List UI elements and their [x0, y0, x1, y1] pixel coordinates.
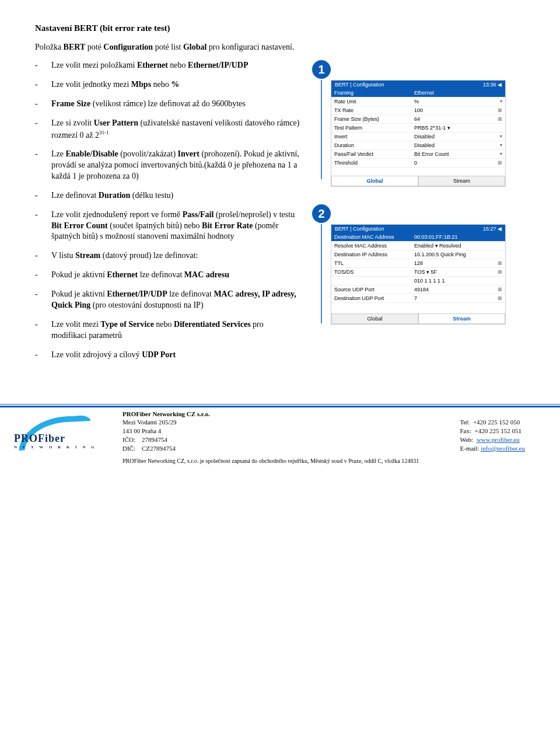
web-link[interactable]: www.profiber.eu — [477, 436, 520, 443]
screenshot-header: BERT | Configuration 15:27 ◀ — [331, 225, 505, 233]
addr: Mezi Vodami 205/29 — [123, 418, 210, 427]
dropdown-icon[interactable]: ▾ — [500, 142, 502, 148]
company-name: PROFiber Networking CZ s.r.o. — [123, 410, 210, 419]
cell: Enabled ▾ Resolved — [411, 242, 505, 250]
table-row[interactable]: Destination MAC Address00:03:01:FF:1B:21 — [331, 233, 505, 242]
tab-global[interactable]: Global — [331, 313, 418, 324]
cell — [331, 277, 411, 285]
cell: 128 — [414, 260, 423, 266]
cell: Disabled — [414, 134, 435, 140]
cell: Test Pattern — [331, 124, 411, 133]
logo-small: N E T W O R K I N G — [14, 445, 97, 449]
t: Lze si zvolit — [51, 118, 94, 127]
t: (délku testu) — [130, 191, 173, 200]
hdr-left: BERT | Configuration — [335, 226, 384, 232]
lbl: Web: — [460, 436, 473, 443]
hdr-left: BERT | Configuration — [335, 82, 384, 88]
list-item: -Lze volit zdrojový a cílový UDP Port — [35, 350, 300, 361]
config-table: Destination MAC Address00:03:01:FF:1B:21… — [331, 233, 505, 303]
t: (pro otestování dostupnosti na IP) — [90, 301, 203, 309]
mail-link[interactable]: info@profiber.eu — [481, 445, 525, 452]
t: User Pattern — [94, 118, 138, 127]
intro-paragraph: Položka BERT poté Configuration poté lis… — [35, 43, 525, 52]
t: Frame Size — [51, 99, 90, 108]
table-row[interactable]: TTL128▦ — [331, 259, 505, 268]
lbl: Fax: — [460, 427, 471, 434]
spinner-icon[interactable]: ▦ — [498, 287, 502, 292]
table-row[interactable]: Destination UDP Port7▦ — [331, 294, 505, 303]
config-table: FramingEthernet Rate Unit%▾ TX Rate100▦ … — [331, 89, 505, 168]
t: nebo — [151, 80, 171, 89]
tab-bar: Global Stream — [331, 176, 505, 186]
t: (velikost rámce) lze definovat až do 960… — [90, 99, 246, 108]
table-row[interactable]: Test PatternPRBS 2^31-1 ▾ — [331, 124, 505, 133]
table-row[interactable]: Rate Unit%▾ — [331, 97, 505, 106]
callout-2: 2 BERT | Configuration 15:27 ◀ Destinati… — [312, 204, 525, 325]
t: MAC adresu — [184, 270, 229, 279]
table-row[interactable]: Pass/Fail VerdictBit Error Count▾ — [331, 150, 505, 159]
screenshot-2: BERT | Configuration 15:27 ◀ Destination… — [331, 224, 506, 325]
table-row[interactable]: DurationDisabled▾ — [331, 141, 505, 150]
footer: PROFiber N E T W O R K I N G PROFiber Ne… — [0, 407, 560, 482]
table-row[interactable]: FramingEthernet — [331, 89, 505, 97]
dropdown-icon[interactable]: ▾ — [500, 99, 502, 104]
table-row[interactable]: TX Rate100▦ — [331, 106, 505, 115]
val: +420 225 152 050 — [473, 419, 520, 426]
list-item: -Lze volit mezi Type of Service nebo Dif… — [35, 319, 300, 341]
lbl: E-mail: — [460, 445, 479, 452]
footer-contact: Tel: +420 225 152 050 Fax: +420 225 152 … — [460, 410, 525, 453]
callout-number-2: 2 — [312, 204, 331, 223]
cell: Frame Size (Bytes) — [331, 115, 411, 124]
tab-global[interactable]: Global — [331, 176, 418, 186]
table-row[interactable]: Threshold0▦ — [331, 159, 505, 168]
lbl: Tel: — [460, 419, 470, 426]
cell: TTL — [331, 259, 411, 268]
t: (povolit/zakázat) — [118, 149, 178, 158]
t: Ethernet — [137, 61, 168, 69]
lbl: DIČ: — [123, 445, 135, 452]
list-item: -Lze volit jednotky mezi Mbps nebo % — [35, 79, 300, 90]
spinner-icon[interactable]: ▦ — [498, 107, 502, 113]
list-item: -Lze si zvolit User Pattern (uživatelské… — [35, 118, 300, 141]
tab-stream[interactable]: Stream — [418, 313, 505, 324]
spinner-icon[interactable]: ▦ — [498, 269, 502, 274]
cell: Duration — [331, 141, 411, 150]
cell: TX Rate — [331, 106, 411, 115]
t: (prošel/neprošel) v testu — [214, 210, 295, 219]
t: Mbps — [131, 80, 151, 89]
cell: Disabled — [414, 142, 435, 148]
t: Invert — [178, 149, 200, 158]
table-row[interactable]: Source UDP Port49184▦ — [331, 285, 505, 294]
table-row[interactable]: Destination IP Address10.1.200.5 Quick P… — [331, 250, 505, 259]
spinner-icon[interactable]: ▦ — [498, 116, 502, 121]
cell: % — [414, 99, 419, 104]
tab-bar: Global Stream — [331, 313, 505, 324]
tab-stream[interactable]: Stream — [418, 176, 505, 186]
hdr-time: 13:36 ◀ — [483, 82, 502, 88]
addr: 143 00 Praha 4 — [123, 427, 210, 435]
t: V listu — [51, 251, 75, 260]
t: Lze volit zdrojový a cílový — [51, 350, 142, 359]
t: Ethernet/IP/UDP — [188, 61, 248, 69]
screenshot-header: BERT | Configuration 13:36 ◀ — [331, 81, 505, 89]
cell: 0 — [414, 160, 417, 166]
bullet-list: -Lze volit mezi položkami Ethernet nebo … — [35, 60, 300, 361]
spinner-icon[interactable]: ▦ — [498, 260, 502, 266]
table-row[interactable]: Frame Size (Bytes)64▦ — [331, 115, 505, 124]
spinner-icon[interactable]: ▦ — [498, 160, 502, 165]
table-row[interactable]: Resolve MAC AddressEnabled ▾ Resolved — [331, 242, 505, 250]
t: Bit Error Count — [51, 221, 108, 230]
list-item: -Lze definovat Duration (délku testu) — [35, 190, 300, 201]
list-item: -Lze volit zjednodušený report ve formě … — [35, 210, 300, 243]
t: Lze volit zjednodušený report ve formě — [51, 210, 183, 219]
table-row[interactable]: InvertDisabled▾ — [331, 133, 505, 141]
cell: 100 — [414, 107, 423, 113]
dropdown-icon[interactable]: ▾ — [500, 134, 502, 139]
spinner-icon[interactable]: ▦ — [498, 295, 502, 301]
intro-text: Položka — [35, 43, 64, 51]
cell: TOS ▾ 5F — [414, 269, 437, 275]
table-row[interactable]: 010 1 1 1 1 1 — [331, 277, 505, 285]
table-row[interactable]: TOS/DSTOS ▾ 5F▦ — [331, 268, 505, 277]
list-item: -Frame Size (velikost rámce) lze definov… — [35, 99, 300, 110]
dropdown-icon[interactable]: ▾ — [500, 151, 502, 156]
